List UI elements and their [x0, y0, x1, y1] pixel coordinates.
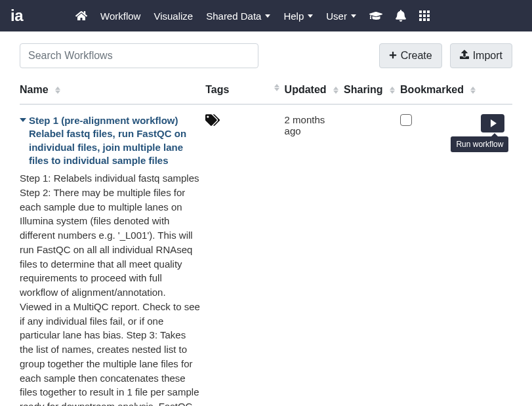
nav-help[interactable]: Help: [283, 10, 313, 22]
top-navbar: ia Workflow Visualize Shared Data Help U…: [0, 0, 532, 31]
nav-items: Workflow Visualize Shared Data Help User: [75, 10, 430, 22]
nav-user-label: User: [326, 10, 347, 22]
tags-icon[interactable]: [205, 114, 279, 126]
workflow-title[interactable]: Step 1 (pre-alignment workflow) Relabel …: [20, 114, 200, 167]
nav-shared-data[interactable]: Shared Data: [206, 10, 270, 22]
home-icon[interactable]: [75, 10, 87, 21]
nav-visualize[interactable]: Visualize: [153, 10, 193, 22]
svg-rect-2: [427, 10, 430, 13]
column-header-sharing[interactable]: Sharing: [344, 76, 400, 104]
column-header-actions: [481, 76, 512, 104]
caret-down-icon: [265, 14, 270, 18]
svg-rect-5: [427, 14, 430, 17]
column-header-name-label: Name: [20, 84, 49, 95]
column-header-updated[interactable]: Updated: [285, 76, 344, 104]
run-workflow-tooltip: Run workflow: [451, 136, 508, 152]
nav-user[interactable]: User: [326, 10, 356, 22]
workflow-table-wrap: Name Tags Updated Sharing Bookmarked: [0, 76, 532, 406]
caret-down-icon: [20, 118, 26, 122]
upload-icon: [460, 50, 469, 62]
bookmarked-checkbox[interactable]: [400, 114, 412, 126]
nav-workflow[interactable]: Workflow: [100, 10, 140, 22]
updated-text: 2 months ago: [285, 114, 325, 136]
import-button-label: Import: [473, 50, 502, 62]
workflow-description: Step 1: Relabels individual fastq sample…: [20, 171, 200, 406]
svg-rect-6: [419, 18, 422, 21]
svg-rect-4: [423, 14, 426, 17]
grid-icon[interactable]: [419, 10, 430, 21]
svg-rect-7: [423, 18, 426, 21]
svg-rect-8: [427, 18, 430, 21]
create-button-label: Create: [401, 50, 432, 62]
table-row: Step 1 (pre-alignment workflow) Relabel …: [20, 104, 512, 406]
column-header-updated-label: Updated: [285, 84, 327, 95]
bell-icon[interactable]: [396, 10, 406, 22]
svg-rect-3: [419, 14, 422, 17]
caret-down-icon: [308, 14, 313, 18]
graduation-cap-icon[interactable]: [369, 10, 382, 21]
column-header-tags-label: Tags: [205, 84, 229, 95]
run-workflow-button[interactable]: Run workflow: [481, 114, 504, 132]
caret-down-icon: [351, 14, 356, 18]
sort-icon: [333, 87, 338, 94]
sort-icon: [390, 87, 395, 94]
sort-icon: [470, 87, 476, 94]
play-icon: [491, 119, 497, 127]
plus-icon: [389, 50, 397, 62]
workflow-title-text: Step 1 (pre-alignment workflow) Relabel …: [29, 114, 200, 167]
workflow-table: Name Tags Updated Sharing Bookmarked: [20, 76, 512, 406]
nav-shared-data-label: Shared Data: [206, 10, 261, 22]
nav-visualize-label: Visualize: [153, 10, 193, 22]
svg-rect-0: [419, 10, 422, 13]
nav-help-label: Help: [283, 10, 304, 22]
svg-rect-1: [423, 10, 426, 13]
sort-icon: [274, 84, 279, 91]
brand-logo[interactable]: ia: [10, 7, 23, 25]
column-header-name[interactable]: Name: [20, 76, 205, 104]
nav-workflow-label: Workflow: [100, 10, 140, 22]
sort-icon: [55, 87, 60, 94]
import-button[interactable]: Import: [450, 43, 512, 68]
create-button[interactable]: Create: [379, 43, 442, 68]
column-header-tags[interactable]: Tags: [205, 76, 284, 104]
column-header-sharing-label: Sharing: [344, 84, 383, 95]
toolbar: Create Import: [0, 31, 532, 76]
search-input[interactable]: [20, 43, 258, 68]
column-header-bookmarked[interactable]: Bookmarked: [400, 76, 481, 104]
column-header-bookmarked-label: Bookmarked: [400, 84, 464, 95]
